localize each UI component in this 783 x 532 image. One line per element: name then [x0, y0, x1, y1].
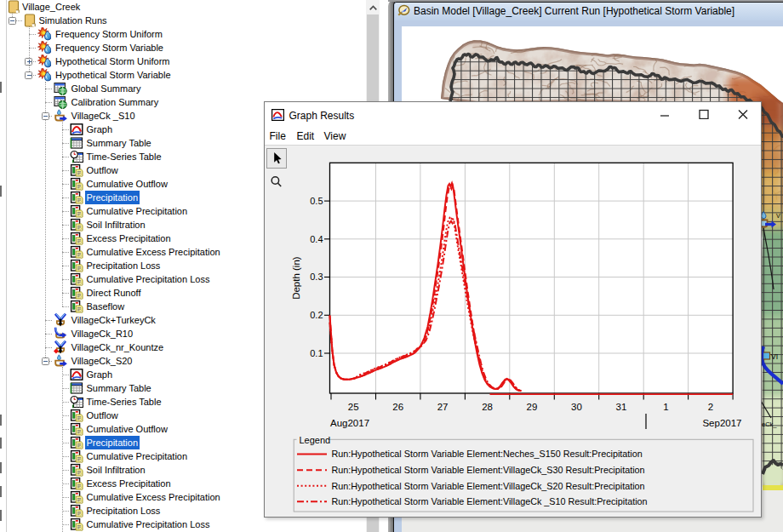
- svg-text:0.3: 0.3: [310, 272, 323, 282]
- svg-text:2: 2: [707, 402, 712, 412]
- svg-text:Run:Hypothetical Storm Variabl: Run:Hypothetical Storm Variable Element:…: [331, 449, 642, 459]
- svg-text:31: 31: [615, 402, 626, 412]
- svg-text:30: 30: [571, 402, 582, 412]
- svg-text:Aug2017: Aug2017: [330, 418, 369, 428]
- svg-text:29: 29: [526, 402, 537, 412]
- svg-text:Depth (in): Depth (in): [291, 256, 301, 300]
- svg-text:Legend: Legend: [299, 435, 330, 445]
- svg-text:Run:Hypothetical Storm Variabl: Run:Hypothetical Storm Variable Element:…: [331, 481, 644, 491]
- svg-text:Run:Hypothetical Storm Variabl: Run:Hypothetical Storm Variable Element:…: [331, 465, 644, 475]
- svg-text:Run:Hypothetical Storm Variabl: Run:Hypothetical Storm Variable Element:…: [331, 496, 647, 506]
- svg-text:0.1: 0.1: [310, 348, 323, 358]
- svg-text:eCk_: eCk_: [762, 420, 777, 428]
- svg-text:0.4: 0.4: [310, 234, 323, 244]
- svg-text:26: 26: [392, 402, 403, 412]
- svg-text:V: V: [776, 213, 780, 219]
- svg-text:1: 1: [663, 402, 668, 412]
- svg-text:25: 25: [347, 402, 358, 412]
- svg-text:28: 28: [482, 402, 493, 412]
- svg-text:27: 27: [437, 402, 448, 412]
- svg-text:0.5: 0.5: [310, 196, 323, 206]
- svg-text:VI: VI: [771, 352, 778, 361]
- svg-text:0.2: 0.2: [310, 310, 323, 320]
- svg-text:Sep2017: Sep2017: [702, 418, 741, 428]
